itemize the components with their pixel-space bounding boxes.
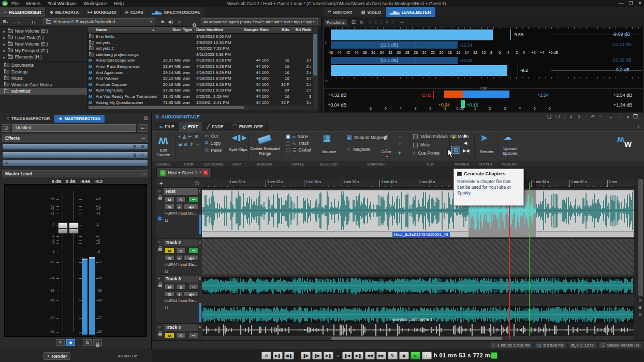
lock-button[interactable] [93, 339, 102, 346]
track-header-track-4[interactable]: ○Track 44MS⊶IN●◀)▾ [156, 324, 202, 340]
lock-icon[interactable] [158, 284, 162, 287]
lane-track3[interactable]: wavelab cast theme 1 [202, 275, 634, 324]
copy-button[interactable]: ⧉Copy [205, 140, 222, 146]
input-button[interactable]: IN [165, 255, 174, 261]
tree-drive[interactable]: ▶New Volume (B:) [0, 28, 87, 35]
solo-button[interactable]: S [176, 284, 186, 290]
file-row[interactable]: not yets 27/5/2022 7:33 PM [87, 46, 312, 52]
save-as-icon[interactable]: ⇪ [577, 114, 581, 119]
tree-drive[interactable]: ▶Local Disk (C:) [0, 35, 87, 41]
functions-menu[interactable]: Functions [324, 19, 347, 26]
panel-options-icon[interactable]: ▤ [143, 115, 148, 120]
split-clips-icon[interactable]: ◀❚▶ [232, 134, 247, 141]
expander-icon[interactable]: ▶ [3, 29, 6, 33]
tab-master-section[interactable]: ★ MASTERSECTION [54, 115, 105, 123]
lane-track2[interactable] [202, 239, 634, 275]
track-type-icon[interactable]: ○ [158, 324, 160, 329]
monitor-button[interactable]: ⊶ [188, 333, 199, 338]
nav-back-icon[interactable]: ← [609, 114, 614, 119]
ripple-track-option[interactable]: ⇆Track [286, 141, 311, 146]
split-clips-button[interactable]: Split Clips [228, 147, 248, 152]
monitor-button[interactable]: ⊶ [188, 197, 199, 202]
cut-button[interactable]: ✄Cut [205, 133, 222, 139]
layout-dropdown-icon[interactable]: ▾ [627, 115, 630, 119]
fader-right[interactable] [69, 222, 79, 234]
bounce-button[interactable]: Bounce [317, 149, 342, 154]
timeline-ruler[interactable]: 1 mn 30 s1 mn 33 s1 mn 36 s1 mn 39 s1 mn… [202, 179, 634, 188]
column-header-size[interactable]: Size [158, 27, 181, 32]
cue-points-dropdown[interactable]: ⌗Cue Points▾ [413, 150, 451, 156]
audiomontage-tab[interactable]: ⇅ AUDIOMONTAGE [155, 114, 200, 119]
output-button[interactable]: ◀)▾ [184, 291, 199, 297]
tree-view-icon[interactable]: ≣▾ [3, 19, 8, 24]
back-icon[interactable]: ←▾ [12, 19, 20, 25]
eraser-icon[interactable] [257, 134, 272, 144]
horizontal-scrollbar[interactable] [87, 105, 312, 110]
track-name[interactable]: Track 4 [166, 325, 181, 330]
marker-next-icon[interactable]: ▶ [464, 133, 467, 138]
preset-slot-icons[interactable]: ①②③④⑤ [368, 20, 396, 25]
filter-combobox[interactable]: All known file types (*.wav *.bwf *.aif … [201, 18, 318, 25]
time-display[interactable]: 00 h 01 mn 53 s 772 ms [425, 352, 494, 358]
collapse-ribbon-icon[interactable]: ∧ [637, 125, 640, 129]
tab-filebrowser[interactable]: ≡FILEBROWSER [0, 7, 46, 17]
vertical-scrollbar[interactable] [313, 27, 318, 110]
tree-folder[interactable]: submitted [0, 88, 87, 95]
video-follows-checkbox[interactable]: Video Follows Edit Mode [413, 134, 469, 139]
solo-button[interactable]: S [176, 197, 186, 202]
save-icon[interactable]: ⇓ [569, 114, 573, 119]
transport-loop-button[interactable]: ↻ [388, 352, 398, 359]
montage-h-scrollbar[interactable] [202, 336, 634, 340]
audition-speaker-icon[interactable]: ◀) [168, 19, 173, 24]
tab-metadata[interactable]: ◈METADATA [46, 7, 83, 17]
master-render-button[interactable]: ➤ Render [43, 352, 70, 360]
master-level-header[interactable]: Master Level ⊟ [2, 170, 148, 177]
zoom-out-icon[interactable]: ⊖ [638, 312, 642, 317]
droplet-button[interactable]: ◆ [66, 339, 75, 346]
transport-go-start-button[interactable]: ❚◀ [342, 352, 352, 359]
tab-clips[interactable]: ʍCLIPS [121, 7, 148, 17]
effect-slot-2[interactable]: S ⊡ [2, 152, 148, 158]
lock-icon[interactable] [158, 248, 162, 251]
status-zoom-factor[interactable]: x 1: 1272 [568, 342, 596, 349]
track-name[interactable]: Host [166, 189, 175, 194]
track-type-icon[interactable]: ◐ [158, 276, 160, 281]
paste-button[interactable]: ⎘Paste [205, 147, 222, 153]
transport-play-button[interactable]: ▶ [411, 352, 420, 359]
transport-stop-pause-button[interactable]: ◼❚ [284, 352, 294, 359]
menu-help[interactable]: Help [114, 1, 124, 6]
ribbon-tab-edit[interactable]: eEDIT [179, 122, 203, 131]
monitor-button[interactable]: ⊶ [188, 284, 199, 290]
tree-drive[interactable]: ▶New Volume (E:) [0, 41, 87, 48]
marker-prev-icon[interactable]: ◀ [464, 141, 467, 145]
column-header-bits[interactable]: Bits [269, 27, 289, 32]
output-button[interactable]: ◀)▾ [184, 255, 199, 261]
meter-mode-button[interactable]: ≡ [56, 339, 65, 346]
file-row[interactable]: ʍApril Night.wav37.08 MBwav4/19/2021 9:2… [87, 87, 312, 94]
column-header-type[interactable]: Type [183, 27, 195, 32]
menu-meters[interactable]: Meters [26, 1, 41, 6]
menu-file[interactable]: File [11, 1, 19, 6]
transport-skip-small-button[interactable]: ❚▶ [312, 352, 322, 359]
ripple-global-option[interactable]: ☰Global [286, 147, 311, 153]
tab-video[interactable]: ▤VIDEO [357, 7, 386, 17]
column-header-bit-rate[interactable]: Bit Rate [289, 27, 311, 32]
add-track-button[interactable]: + [159, 180, 163, 186]
output-button[interactable]: ◀)▾ [184, 204, 199, 209]
file-row[interactable]: 8 no limits3/19/2023 9:50 AM [87, 34, 312, 40]
zoom-tools[interactable]: ⌖◭⇤ ⊞⊟ ʍ⇕⇔ [178, 134, 201, 147]
search-icon[interactable] [193, 23, 196, 27]
transport-more-icon[interactable]: » [336, 353, 339, 358]
ribbon-tab-envelope[interactable]: ⌒ENVELOPE [228, 122, 268, 131]
track-type-icon[interactable]: ○ [158, 239, 160, 245]
mute-button[interactable]: M [165, 248, 174, 253]
solo-button[interactable]: S [176, 333, 186, 338]
transport-stop-button[interactable]: ◼ [399, 352, 409, 359]
clip-name-label[interactable]: Host_8c3e012454610601_#8 [392, 232, 450, 237]
transport-play-pause-button[interactable]: ▶❚ [273, 352, 283, 359]
new-doc-icon[interactable]: ❏ [547, 114, 551, 119]
status-edit-cursor-time[interactable]: ⊹1 mn 52 s 216 ms [489, 342, 533, 349]
favorite-star-icon[interactable]: ★ [160, 19, 165, 24]
input-button[interactable]: IN [165, 291, 174, 297]
freeze-icon[interactable]: ✳ [398, 150, 402, 156]
